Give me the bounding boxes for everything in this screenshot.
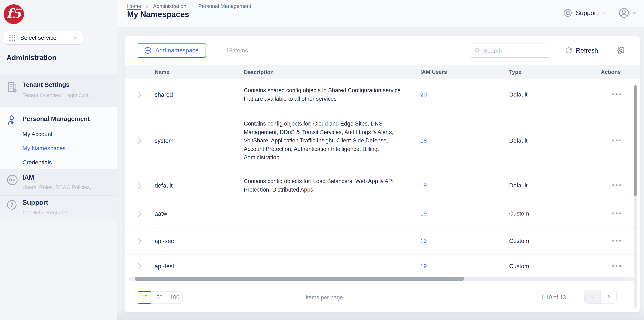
add-namespace-label: Add namespace <box>155 47 199 54</box>
row-expander-icon[interactable] <box>137 237 142 245</box>
tenant-settings-label[interactable]: Tenant Settings <box>22 81 70 88</box>
table-row: shared Contains shared config objects in… <box>124 79 640 110</box>
column-header-iam-users[interactable]: IAM Users <box>420 69 509 75</box>
row-actions-button[interactable] <box>612 239 622 242</box>
row-actions-button[interactable] <box>612 93 622 96</box>
sidebar-item-my-namespaces[interactable]: My Namespaces <box>22 145 66 152</box>
app-window: f5 Select service Administration <box>0 0 644 320</box>
next-page-button[interactable] <box>600 290 616 303</box>
select-service-dropdown[interactable]: Select service <box>4 31 83 45</box>
column-header-name[interactable]: Name <box>154 69 244 75</box>
items-count: 13 items <box>226 47 248 54</box>
row-expander-icon[interactable] <box>137 210 142 217</box>
row-actions-button[interactable] <box>612 212 622 215</box>
personal-management-label[interactable]: Personal Management <box>22 115 90 122</box>
previous-page-button[interactable] <box>584 290 600 303</box>
iam-label[interactable]: IAM <box>22 174 34 181</box>
sidebar-section-personal-management: Personal Management My Account My Namesp… <box>0 107 117 169</box>
breadcrumb: Home Administration Personal Management <box>127 3 251 9</box>
support-label[interactable]: Support <box>22 199 48 206</box>
refresh-button[interactable]: Refresh <box>564 47 598 55</box>
column-header-type[interactable]: Type <box>509 69 601 75</box>
f5-logo: f5 <box>4 4 24 24</box>
row-expander-icon[interactable] <box>137 182 142 189</box>
row-actions-button[interactable] <box>612 139 622 142</box>
search-icon <box>474 47 480 54</box>
namespace-name: aatw <box>154 210 244 217</box>
sidebar-section-title: Administration <box>6 54 56 62</box>
page-title: My Namespaces <box>127 10 189 19</box>
namespaces-card: Add namespace 13 items <box>124 36 640 312</box>
plus-circle-icon <box>144 47 152 54</box>
support-menu[interactable]: Support <box>563 8 607 18</box>
page-size-selector: 10 50 100 <box>137 291 182 304</box>
namespace-description: Contains config objects for: Load Balanc… <box>244 177 420 194</box>
table-row: api-sec 19 Custom <box>124 227 640 255</box>
column-header-actions: Actions <box>601 69 640 75</box>
breadcrumb-separator-icon <box>190 4 194 8</box>
page-size-50[interactable]: 50 <box>152 291 167 303</box>
breadcrumb-personal-management[interactable]: Personal Management <box>198 3 251 9</box>
namespace-name: api-sec <box>154 238 244 244</box>
account-menu[interactable] <box>618 7 638 19</box>
f5-logo-text: f5 <box>6 7 21 20</box>
key-icon <box>6 174 18 186</box>
column-header-description[interactable]: Description <box>244 68 420 76</box>
iam-users-link[interactable]: 19 <box>420 210 427 217</box>
namespace-name: system <box>154 137 244 144</box>
page-range-label: 1-10 of 13 <box>540 294 566 301</box>
sidebar-item-credentials[interactable]: Credentials <box>22 159 52 166</box>
question-circle-icon: ? <box>6 200 17 210</box>
namespace-type: Custom <box>509 238 601 244</box>
page-size-10[interactable]: 10 <box>137 291 152 304</box>
person-gear-icon <box>6 115 18 127</box>
building-gear-icon <box>6 82 18 94</box>
search-input[interactable] <box>484 47 547 54</box>
header-actions: Support <box>563 7 638 19</box>
vertical-scrollbar-thumb[interactable] <box>634 85 636 196</box>
add-namespace-button[interactable]: Add namespace <box>137 43 206 58</box>
row-expander-icon[interactable] <box>137 137 142 144</box>
namespace-type: Custom <box>509 210 601 217</box>
namespace-type: Default <box>509 137 601 144</box>
sidebar-item-support[interactable]: ? Support Get Help, Requests <box>0 196 117 220</box>
pagination-footer: 10 50 100 items per page 1-10 of 13 <box>124 287 640 312</box>
namespace-description: Contains config objects for: Cloud and E… <box>244 120 420 162</box>
breadcrumb-separator-icon <box>145 4 149 8</box>
sidebar-item-iam[interactable]: IAM Users, Roles, RBAC Policies,... <box>0 169 117 196</box>
support-subtitle: Get Help, Requests <box>22 210 68 216</box>
iam-users-link[interactable]: 18 <box>420 137 427 144</box>
row-actions-button[interactable] <box>612 264 622 267</box>
horizontal-scrollbar-track[interactable] <box>129 277 636 281</box>
table-toolbar: Add namespace 13 items <box>124 36 640 65</box>
support-menu-label: Support <box>576 9 598 17</box>
iam-users-link[interactable]: 20 <box>420 91 427 98</box>
table-row: api-test 19 Custom <box>124 255 640 278</box>
row-expander-icon[interactable] <box>137 263 142 270</box>
search-box <box>470 44 552 58</box>
sidebar-item-tenant-settings[interactable]: Tenant Settings Tenant Overview, Login O… <box>0 74 117 107</box>
sidebar-item-my-account[interactable]: My Account <box>22 131 52 138</box>
tenant-settings-subtitle: Tenant Overview, Login Opti... <box>22 92 92 98</box>
iam-users-link[interactable]: 19 <box>420 238 427 244</box>
iam-users-link[interactable]: 19 <box>420 263 427 269</box>
breadcrumb-home[interactable]: Home <box>127 3 141 9</box>
refresh-icon <box>564 47 572 55</box>
namespace-description: Contains shared config objects in Shared… <box>244 86 420 103</box>
pager <box>584 290 617 304</box>
table-header-row: Name Description IAM Users Type Actions <box>124 65 640 79</box>
table-body: shared Contains shared config objects in… <box>124 79 640 278</box>
chevron-right-icon <box>606 294 611 299</box>
row-expander-icon[interactable] <box>137 91 142 98</box>
breadcrumb-administration[interactable]: Administration <box>153 3 186 9</box>
horizontal-scrollbar-thumb[interactable] <box>135 277 464 281</box>
main-area: Home Administration Personal Management … <box>117 0 644 320</box>
content-area: Add namespace 13 items <box>117 27 644 320</box>
chevron-down-icon <box>632 10 638 16</box>
table-row: system Contains config objects for: Clou… <box>124 110 640 171</box>
table-settings-button[interactable] <box>616 46 626 56</box>
iam-users-link[interactable]: 19 <box>420 182 427 189</box>
page-size-100[interactable]: 100 <box>167 291 182 303</box>
row-actions-button[interactable] <box>612 184 622 187</box>
lifebuoy-icon <box>563 8 572 18</box>
